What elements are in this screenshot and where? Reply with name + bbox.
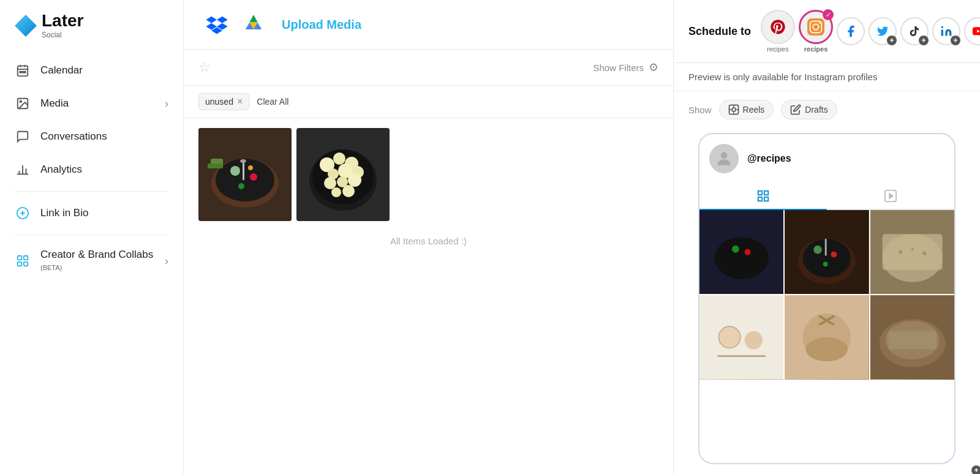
svg-rect-84: [699, 295, 783, 379]
instagram-profile-label: recipes: [804, 45, 828, 53]
svg-point-86: [745, 331, 763, 349]
svg-rect-18: [18, 262, 21, 266]
clear-all-button[interactable]: Clear All: [257, 97, 288, 107]
calendar-icon: [15, 62, 31, 78]
sidebar-label-link-in-bio: Link in Bio: [40, 207, 88, 219]
google-drive-icon[interactable]: [240, 11, 267, 38]
svg-point-27: [238, 183, 244, 189]
sidebar-label-conversations: Conversations: [40, 130, 107, 143]
instagram-icon: [807, 18, 824, 36]
svg-point-28: [248, 165, 253, 170]
star-button[interactable]: ☆: [198, 59, 211, 75]
svg-point-26: [250, 173, 257, 181]
svg-rect-80: [882, 234, 942, 270]
nav-divider-1: [15, 191, 168, 192]
svg-point-74: [813, 246, 822, 254]
conversations-icon: [15, 129, 31, 145]
collabs-arrow: ›: [165, 255, 168, 268]
svg-rect-4: [20, 72, 21, 73]
svg-point-85: [718, 326, 740, 348]
schedule-header: Schedule to recipes ✓: [674, 0, 980, 63]
dropbox-icon[interactable]: [203, 11, 230, 38]
phone-tab-reels[interactable]: [827, 183, 954, 209]
add-facebook-button[interactable]: +: [837, 17, 865, 45]
phone-tabs: [699, 183, 954, 210]
svg-point-37: [333, 152, 345, 165]
svg-point-81: [899, 250, 902, 254]
svg-rect-61: [758, 191, 762, 195]
svg-point-70: [745, 249, 751, 255]
svg-rect-87: [717, 355, 765, 357]
tag-remove-button[interactable]: ×: [237, 97, 243, 107]
sidebar-item-media[interactable]: Media ›: [0, 87, 183, 120]
upload-media-button[interactable]: Upload Media: [282, 18, 361, 32]
show-label: Show: [688, 105, 712, 115]
svg-point-82: [911, 248, 913, 250]
sidebar-item-collabs[interactable]: Creator & Brand Collabs (BETA) ›: [0, 240, 183, 282]
instagram-profile-wrap: ✓ recipes: [799, 10, 833, 53]
show-filters-label: Show Filters: [593, 62, 644, 73]
svg-rect-51: [941, 30, 943, 36]
svg-rect-62: [764, 191, 768, 195]
svg-rect-6: [24, 72, 26, 73]
filter-header: ☆ Show Filters ⚙: [184, 50, 673, 86]
add-twitter-button[interactable]: +: [869, 17, 897, 45]
phone-profile-header: @recipes: [699, 134, 954, 183]
avatar-icon: [714, 149, 734, 168]
svg-point-45: [331, 187, 341, 197]
twitter-icon: [876, 25, 889, 37]
add-tiktok-button[interactable]: +: [900, 17, 929, 45]
logo-text-area: Later Social: [42, 12, 83, 39]
reels-label: Reels: [743, 105, 765, 115]
sidebar-item-calendar[interactable]: Calendar: [0, 54, 183, 87]
svg-point-55: [732, 108, 736, 111]
grid-item-1: [699, 210, 783, 294]
pinterest-profile-label: recipes: [767, 45, 788, 53]
grid-tab-icon: [756, 189, 770, 203]
sidebar-item-analytics[interactable]: Analytics: [0, 153, 183, 186]
linkedin-icon: [940, 25, 952, 37]
svg-rect-64: [764, 197, 768, 201]
right-panel: Schedule to recipes ✓: [674, 0, 980, 474]
profile-handle: @recipes: [747, 153, 791, 164]
pinterest-icon: [769, 18, 786, 36]
svg-rect-0: [18, 66, 28, 77]
svg-rect-17: [24, 256, 28, 260]
sidebar-item-conversations[interactable]: Conversations: [0, 120, 183, 153]
svg-rect-29: [243, 162, 244, 180]
link-icon: [15, 205, 31, 221]
phone-tab-grid[interactable]: [699, 183, 827, 210]
reels-button[interactable]: Reels: [719, 100, 774, 119]
profile-avatar: [709, 144, 739, 173]
media-arrow: ›: [165, 97, 168, 110]
grid-item-3: [870, 210, 954, 294]
sidebar-label-collabs: Creator & Brand Collabs (BETA): [40, 249, 155, 273]
add-youtube-button[interactable]: +: [964, 17, 980, 45]
add-linkedin-button[interactable]: +: [932, 17, 960, 45]
media-thumb-1[interactable]: [198, 128, 292, 221]
instagram-profile[interactable]: ✓: [799, 10, 833, 44]
drafts-button[interactable]: Drafts: [781, 100, 837, 119]
pinterest-profile[interactable]: [761, 10, 795, 44]
pinterest-profile-wrap: recipes: [761, 10, 795, 53]
preview-notice: Preview is only available for Instagram …: [674, 63, 980, 91]
svg-point-30: [240, 159, 246, 163]
svg-point-25: [230, 166, 240, 176]
media-thumb-2[interactable]: [296, 128, 390, 221]
sidebar-item-link-in-bio[interactable]: Link in Bio: [0, 197, 183, 230]
unused-tag: unused ×: [198, 93, 249, 110]
all-loaded-message: All Items Loaded :): [198, 221, 658, 261]
app-name: Later: [42, 12, 83, 29]
svg-point-60: [721, 152, 728, 159]
preview-notice-text: Preview is only available for Instagram …: [688, 72, 877, 82]
reels-tab-icon: [884, 189, 897, 203]
app-subtitle: Social: [42, 31, 83, 39]
show-filters-button[interactable]: Show Filters ⚙: [593, 61, 658, 74]
collabs-icon: [15, 253, 31, 269]
youtube-icon: [972, 25, 980, 37]
left-panel: Upload Media ☆ Show Filters ⚙ unused × C…: [184, 0, 674, 474]
analytics-icon: [15, 162, 31, 178]
tag-label: unused: [205, 97, 233, 107]
sidebar: Later Social Calendar Media › Conversati…: [0, 0, 184, 474]
svg-rect-32: [208, 164, 223, 168]
